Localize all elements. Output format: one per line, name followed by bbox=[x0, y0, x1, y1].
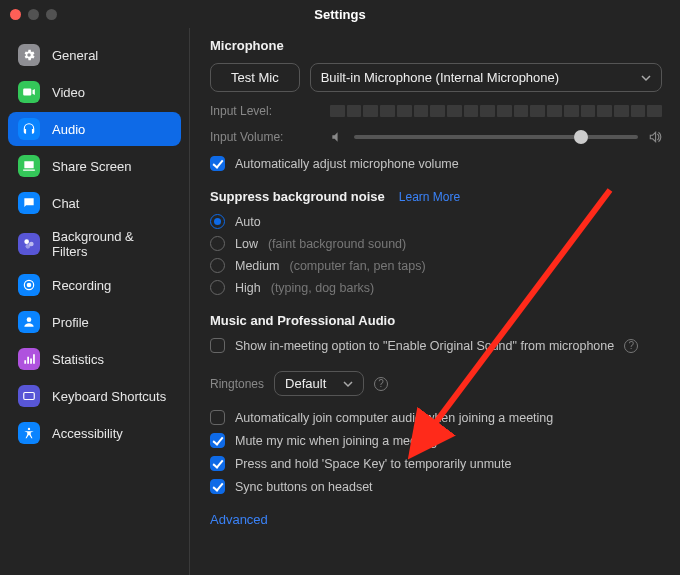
radio-hint: (computer fan, pen taps) bbox=[289, 259, 425, 273]
sidebar-item-video[interactable]: Video bbox=[8, 75, 181, 109]
sync-headset-label: Sync buttons on headset bbox=[235, 480, 373, 494]
auto-join-audio-label: Automatically join computer audio when j… bbox=[235, 411, 553, 425]
checkbox-icon bbox=[210, 156, 225, 171]
mic-device-value: Built-in Microphone (Internal Microphone… bbox=[321, 70, 559, 85]
sidebar-item-label: Profile bbox=[52, 315, 89, 330]
help-icon[interactable]: ? bbox=[374, 377, 388, 391]
auto-join-audio-checkbox[interactable]: Automatically join computer audio when j… bbox=[210, 410, 662, 425]
settings-sidebar: General Video Audio Share Screen Chat Ba… bbox=[0, 28, 190, 575]
sidebar-item-label: Recording bbox=[52, 278, 111, 293]
checkbox-icon bbox=[210, 479, 225, 494]
suppress-medium-radio[interactable]: Medium (computer fan, pen taps) bbox=[210, 258, 662, 273]
chat-icon bbox=[18, 192, 40, 214]
ringtones-label: Ringtones bbox=[210, 377, 264, 391]
background-icon bbox=[18, 233, 40, 255]
radio-label: Medium bbox=[235, 259, 279, 273]
sidebar-item-label: Statistics bbox=[52, 352, 104, 367]
profile-icon bbox=[18, 311, 40, 333]
titlebar: Settings bbox=[0, 0, 680, 28]
radio-icon bbox=[210, 258, 225, 273]
sidebar-item-statistics[interactable]: Statistics bbox=[8, 342, 181, 376]
original-sound-checkbox[interactable]: Show in-meeting option to "Enable Origin… bbox=[210, 338, 662, 353]
suppress-high-radio[interactable]: High (typing, dog barks) bbox=[210, 280, 662, 295]
radio-hint: (typing, dog barks) bbox=[271, 281, 375, 295]
volume-high-icon bbox=[648, 130, 662, 144]
microphone-heading: Microphone bbox=[210, 38, 662, 53]
svg-point-5 bbox=[27, 317, 32, 322]
radio-icon bbox=[210, 236, 225, 251]
mute-on-join-checkbox[interactable]: Mute my mic when joining a meeting bbox=[210, 433, 662, 448]
radio-label: Low bbox=[235, 237, 258, 251]
help-icon[interactable]: ? bbox=[624, 339, 638, 353]
keyboard-icon bbox=[18, 385, 40, 407]
mic-device-select[interactable]: Built-in Microphone (Internal Microphone… bbox=[310, 63, 662, 92]
input-level-label: Input Level: bbox=[210, 104, 320, 118]
sidebar-item-share-screen[interactable]: Share Screen bbox=[8, 149, 181, 183]
sidebar-item-general[interactable]: General bbox=[8, 38, 181, 72]
svg-point-0 bbox=[24, 239, 29, 244]
volume-low-icon bbox=[330, 130, 344, 144]
sidebar-item-keyboard-shortcuts[interactable]: Keyboard Shortcuts bbox=[8, 379, 181, 413]
window-title: Settings bbox=[0, 7, 680, 22]
radio-hint: (faint background sound) bbox=[268, 237, 406, 251]
radio-label: Auto bbox=[235, 215, 261, 229]
radio-icon bbox=[210, 280, 225, 295]
svg-point-2 bbox=[26, 244, 31, 249]
statistics-icon bbox=[18, 348, 40, 370]
sidebar-item-label: Chat bbox=[52, 196, 79, 211]
sidebar-item-label: Accessibility bbox=[52, 426, 123, 441]
auto-adjust-mic-label: Automatically adjust microphone volume bbox=[235, 157, 459, 171]
sidebar-item-audio[interactable]: Audio bbox=[8, 112, 181, 146]
sidebar-item-label: Keyboard Shortcuts bbox=[52, 389, 166, 404]
checkbox-icon bbox=[210, 410, 225, 425]
chevron-down-icon bbox=[343, 379, 353, 389]
space-unmute-label: Press and hold 'Space Key' to temporaril… bbox=[235, 457, 511, 471]
settings-content: Microphone Test Mic Built-in Microphone … bbox=[190, 28, 680, 575]
input-level-meter bbox=[330, 105, 662, 117]
svg-point-4 bbox=[27, 283, 32, 288]
sidebar-item-label: Background & Filters bbox=[52, 229, 171, 259]
sidebar-item-label: Audio bbox=[52, 122, 85, 137]
svg-point-7 bbox=[28, 428, 30, 430]
music-heading: Music and Professional Audio bbox=[210, 313, 662, 328]
advanced-link[interactable]: Advanced bbox=[210, 512, 662, 527]
recording-icon bbox=[18, 274, 40, 296]
sidebar-item-accessibility[interactable]: Accessibility bbox=[8, 416, 181, 450]
sidebar-item-profile[interactable]: Profile bbox=[8, 305, 181, 339]
checkbox-icon bbox=[210, 433, 225, 448]
sidebar-item-label: General bbox=[52, 48, 98, 63]
ringtones-value: Default bbox=[285, 376, 326, 391]
mute-on-join-label: Mute my mic when joining a meeting bbox=[235, 434, 437, 448]
test-mic-button[interactable]: Test Mic bbox=[210, 63, 300, 92]
learn-more-link[interactable]: Learn More bbox=[399, 190, 460, 204]
space-unmute-checkbox[interactable]: Press and hold 'Space Key' to temporaril… bbox=[210, 456, 662, 471]
sidebar-item-recording[interactable]: Recording bbox=[8, 268, 181, 302]
suppress-heading: Suppress background noise bbox=[210, 189, 385, 204]
sidebar-item-chat[interactable]: Chat bbox=[8, 186, 181, 220]
input-volume-slider[interactable] bbox=[354, 135, 638, 139]
sidebar-item-label: Video bbox=[52, 85, 85, 100]
gear-icon bbox=[18, 44, 40, 66]
original-sound-label: Show in-meeting option to "Enable Origin… bbox=[235, 339, 614, 353]
ringtones-select[interactable]: Default bbox=[274, 371, 364, 396]
suppress-auto-radio[interactable]: Auto bbox=[210, 214, 662, 229]
video-icon bbox=[18, 81, 40, 103]
checkbox-icon bbox=[210, 456, 225, 471]
chevron-down-icon bbox=[641, 73, 651, 83]
sidebar-item-label: Share Screen bbox=[52, 159, 132, 174]
radio-label: High bbox=[235, 281, 261, 295]
svg-rect-6 bbox=[24, 393, 35, 400]
share-screen-icon bbox=[18, 155, 40, 177]
auto-adjust-mic-checkbox[interactable]: Automatically adjust microphone volume bbox=[210, 156, 662, 171]
radio-icon bbox=[210, 214, 225, 229]
sync-headset-checkbox[interactable]: Sync buttons on headset bbox=[210, 479, 662, 494]
headphones-icon bbox=[18, 118, 40, 140]
sidebar-item-background-filters[interactable]: Background & Filters bbox=[8, 223, 181, 265]
accessibility-icon bbox=[18, 422, 40, 444]
input-volume-label: Input Volume: bbox=[210, 130, 320, 144]
suppress-low-radio[interactable]: Low (faint background sound) bbox=[210, 236, 662, 251]
checkbox-icon bbox=[210, 338, 225, 353]
